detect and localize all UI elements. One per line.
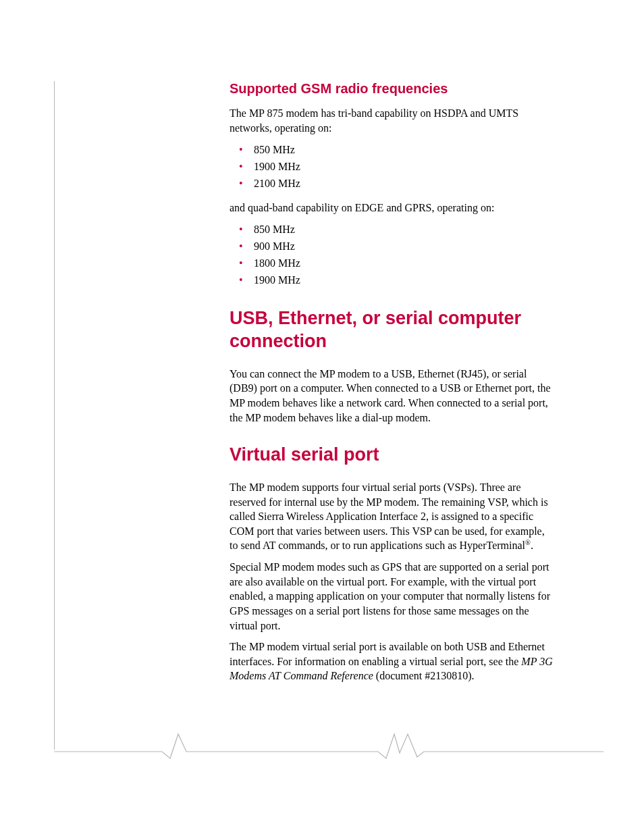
gsm-list-2: 850 MHz 900 MHz 1800 MHz 1900 MHz: [230, 221, 554, 288]
list-item: 2100 MHz: [239, 176, 554, 192]
page: Supported GSM radio frequencies The MP 8…: [0, 0, 644, 834]
list-item: 850 MHz: [239, 142, 554, 159]
list-item: 1800 MHz: [239, 255, 554, 272]
list-item: 1900 MHz: [239, 159, 554, 176]
usb-paragraph: You can connect the MP modem to a USB, E…: [230, 367, 554, 425]
text-span: .: [531, 540, 533, 552]
text-span: The MP modem supports four virtual seria…: [230, 481, 548, 552]
text-span: (document #2130810).: [373, 670, 475, 681]
heading-gsm-frequencies: Supported GSM radio frequencies: [230, 81, 554, 97]
vsp-paragraph-2: Special MP modem modes such as GPS that …: [230, 560, 554, 633]
gsm-list-1: 850 MHz 1900 MHz 2100 MHz: [230, 142, 554, 192]
content-column: Supported GSM radio frequencies The MP 8…: [230, 81, 554, 690]
heading-usb-ethernet-serial: USB, Ethernet, or serial computer connec…: [230, 307, 554, 353]
gsm-intro: The MP 875 modem has tri-band capability…: [230, 106, 554, 135]
vsp-paragraph-3: The MP modem virtual serial port is avai…: [230, 640, 554, 683]
footer-wave-icon: [54, 726, 603, 766]
gsm-mid: and quad-band capability on EDGE and GPR…: [230, 201, 554, 215]
heading-virtual-serial-port: Virtual serial port: [230, 444, 554, 467]
text-span: The MP modem virtual serial port is avai…: [230, 641, 545, 667]
registered-mark: ®: [525, 539, 531, 546]
list-item: 900 MHz: [239, 238, 554, 255]
left-margin-rule: [54, 81, 55, 750]
vsp-paragraph-1: The MP modem supports four virtual seria…: [230, 480, 554, 553]
list-item: 1900 MHz: [239, 272, 554, 289]
list-item: 850 MHz: [239, 221, 554, 238]
